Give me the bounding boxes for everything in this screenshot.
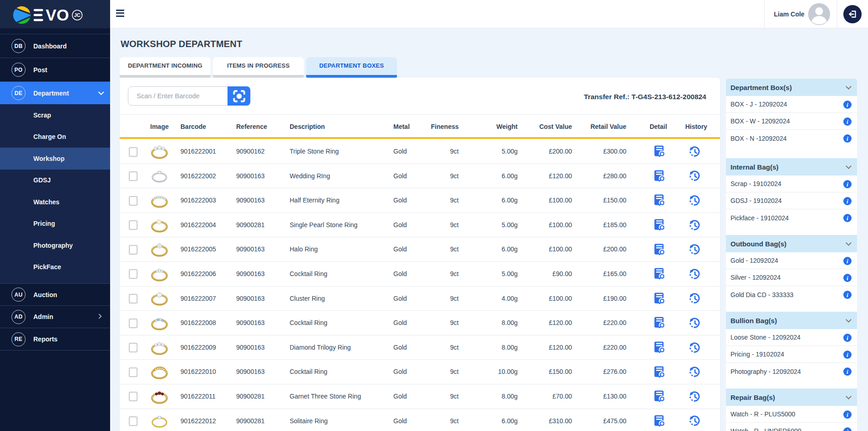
svg-text:JC: JC [74, 12, 80, 18]
svg-text:VO: VO [46, 6, 69, 24]
